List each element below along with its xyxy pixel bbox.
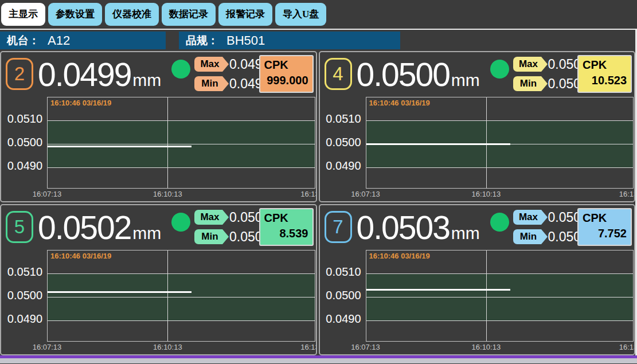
channel-panel: 2 0.0499 mm Max 0.0499 Min (0, 51, 317, 202)
cpk-value: 7.752 (583, 225, 627, 241)
max-tag-label: Max (194, 57, 222, 72)
y-tick: 0.0500 (1, 289, 42, 302)
tab-2[interactable]: 仪器校准 (105, 3, 159, 26)
min-tag-label: Min (513, 229, 541, 244)
y-tick: 0.0510 (320, 112, 361, 126)
gridline-horizontal (366, 273, 634, 274)
x-tick: 16:10:13 (472, 190, 501, 198)
gridline-horizontal (366, 297, 634, 298)
measurement-value: 0.0500 (357, 53, 450, 96)
maxmin-group: Max 0.0499 Min 0.0499 (194, 56, 269, 95)
x-axis: 16:07:13 16:10:13 16:13:13 (47, 343, 315, 353)
tab-5[interactable]: 导入U盘 (275, 3, 326, 26)
trace-line (48, 146, 192, 147)
panel-header: 5 0.0502 mm Max 0.0502 Min (1, 205, 316, 250)
x-tick: 16:10:13 (153, 343, 182, 351)
tab-3[interactable]: 数据记录 (162, 3, 216, 26)
min-tag: Min (513, 76, 548, 91)
trend-chart: 0.0510 0.0500 0.0490 16:10:46 03/16/19 1… (320, 250, 635, 354)
trend-chart: 0.0510 0.0500 0.0490 16:10:46 03/16/19 1… (320, 97, 635, 201)
min-tag-label: Min (194, 76, 222, 91)
chart-timestamp: 16:10:46 03/16/19 (50, 252, 111, 260)
tag-arrow-icon (541, 229, 548, 244)
gridline-horizontal (366, 320, 634, 321)
y-tick: 0.0490 (320, 312, 361, 326)
max-tag: Max (194, 57, 229, 72)
channel-panel: 5 0.0502 mm Max 0.0502 Min (0, 204, 317, 355)
product-label: 品规： (186, 33, 218, 48)
x-tick: 16:07:13 (351, 190, 380, 198)
x-tick: 16:07:13 (33, 190, 62, 198)
tag-arrow-icon (541, 210, 548, 225)
cpk-box: CPK 10.523 (577, 55, 632, 93)
x-tick: 16:13:13 (300, 343, 316, 351)
y-tick: 0.0510 (1, 265, 42, 279)
gridline-horizontal (48, 320, 315, 321)
measurement-reading: 0.0499 mm (38, 53, 161, 96)
x-tick: 16:13:13 (619, 343, 635, 351)
measurement-value: 0.0503 (357, 206, 450, 249)
tag-arrow-icon (541, 57, 548, 72)
panel-header: 2 0.0499 mm Max 0.0499 Min (1, 52, 316, 97)
panel-grid: 2 0.0499 mm Max 0.0499 Min (0, 51, 635, 355)
gridline-horizontal (48, 120, 315, 121)
y-tick: 0.0500 (1, 136, 42, 149)
tab-4[interactable]: 报警记录 (218, 3, 272, 26)
cpk-box: CPK 999.000 (259, 55, 314, 93)
machine-info-box: 机台： A12 (0, 32, 166, 49)
channel-badge: 4 (325, 58, 352, 90)
tab-bar: 主显示参数设置仪器校准数据记录报警记录导入U盘 (0, 0, 637, 29)
x-axis: 16:07:13 16:10:13 16:13:13 (366, 343, 634, 353)
cpk-label: CPK (264, 57, 308, 72)
gridline-horizontal (366, 167, 634, 168)
max-tag-label: Max (513, 57, 541, 72)
cpk-box: CPK 8.539 (259, 208, 314, 246)
tab-0[interactable]: 主显示 (1, 3, 45, 26)
plot-area: 16:10:46 03/16/19 (366, 97, 634, 189)
cpk-label: CPK (583, 57, 627, 72)
x-tick: 16:10:13 (472, 343, 501, 351)
tab-1[interactable]: 参数设置 (48, 3, 102, 26)
trace-line (366, 289, 510, 291)
x-axis: 16:07:13 16:10:13 16:13:13 (366, 190, 634, 200)
channel-panel: 4 0.0500 mm Max 0.0500 Min (319, 51, 636, 202)
min-tag: Min (194, 229, 229, 244)
status-ok-dot (490, 213, 509, 232)
min-tag-label: Min (194, 229, 222, 244)
x-axis: 16:07:13 16:10:13 16:13:13 (47, 190, 315, 200)
tag-arrow-icon (222, 76, 229, 91)
machine-label: 机台： (7, 33, 40, 48)
product-value: BH501 (226, 33, 265, 48)
status-ok-dot (171, 213, 190, 232)
measurement-reading: 0.0502 mm (38, 206, 161, 249)
plot-area: 16:10:46 03/16/19 (366, 250, 634, 342)
gridline-horizontal (48, 273, 315, 274)
y-tick: 0.0490 (320, 159, 361, 173)
measurement-unit: mm (451, 224, 480, 243)
tag-arrow-icon (222, 229, 229, 244)
panel-header: 4 0.0500 mm Max 0.0500 Min (320, 52, 635, 97)
cpk-value: 10.523 (583, 72, 627, 88)
max-tag-label: Max (194, 210, 222, 225)
channel-badge: 7 (325, 211, 352, 243)
machine-value: A12 (48, 33, 70, 48)
min-row: Min 0.0499 (194, 76, 269, 92)
min-tag: Min (194, 76, 229, 91)
measurement-value: 0.0499 (38, 53, 131, 96)
min-tag-label: Min (513, 76, 541, 91)
x-tick: 16:13:13 (619, 190, 635, 198)
trace-line (366, 143, 510, 145)
gridline-vertical (486, 251, 487, 341)
max-row: Max 0.0502 (194, 209, 269, 225)
info-bar: 机台： A12 品规： BH501 (0, 30, 635, 51)
cpk-value: 999.000 (264, 72, 308, 88)
cpk-label: CPK (583, 210, 627, 225)
min-row: Min 0.0502 (194, 229, 269, 245)
trend-chart: 0.0510 0.0500 0.0490 16:10:46 03/16/19 1… (1, 97, 316, 201)
tag-arrow-icon (222, 57, 229, 72)
chart-timestamp: 16:10:46 03/16/19 (369, 252, 430, 260)
measurement-reading: 0.0500 mm (357, 53, 480, 96)
max-row: Max 0.0499 (194, 56, 269, 72)
max-tag: Max (513, 210, 548, 225)
tag-arrow-icon (541, 76, 548, 91)
